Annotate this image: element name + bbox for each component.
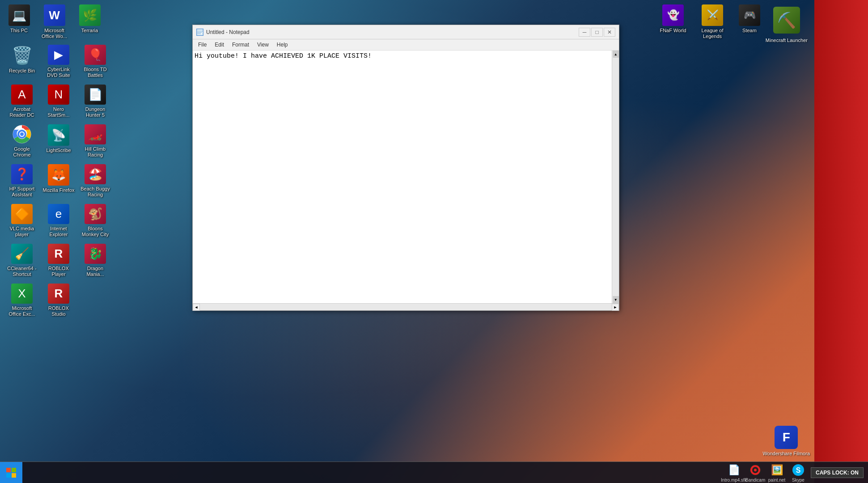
roblox-studio-icon: R xyxy=(48,284,69,304)
notepad-menu-help[interactable]: Help xyxy=(273,40,292,49)
desktop-icon-bloons-td[interactable]: 🎈 Bloons TD Battles xyxy=(78,42,113,80)
hp-support-label: HP Support AssIstant xyxy=(6,186,38,198)
notepad-controls: ─ □ ✕ xyxy=(579,28,615,37)
tray-icon-paint[interactable]: 🖼️ paint.net xyxy=(768,464,786,482)
notepad-textarea[interactable] xyxy=(193,51,612,303)
desktop-icon-dragon-mania[interactable]: 🐉 Dragon Mania... xyxy=(78,242,113,280)
desktop-icon-ms-office-word[interactable]: W Microsoft Office Wo... xyxy=(38,2,71,42)
scroll-up-arrow[interactable]: ▲ xyxy=(613,51,619,58)
filmora-label: Wondershare Filmora xyxy=(762,451,810,456)
desktop-icon-hill-climb[interactable]: 🏎️ Hill Climb Racing xyxy=(78,122,113,160)
desktop-icon-roblox-player[interactable]: R ROBLOX Player xyxy=(41,242,76,280)
desktop-icon-lol[interactable]: ⚔️ League of Legends xyxy=(694,2,730,42)
desktop-icon-fnaf[interactable]: 👻 FNaF World xyxy=(655,2,691,42)
scroll-left-arrow[interactable]: ◄ xyxy=(193,304,200,311)
desktop-icon-bloons-monkey[interactable]: 🐒 Bloons Monkey City xyxy=(78,202,113,240)
desktop-icon-hp-support[interactable]: ❓ HP Support AssIstant xyxy=(4,162,39,200)
desktop-icon-acrobat[interactable]: A Acrobat Reader DC xyxy=(4,82,39,120)
svg-rect-12 xyxy=(12,473,16,478)
desktop-icon-roblox-studio[interactable]: R ROBLOX Studio xyxy=(41,281,76,319)
beach-buggy-label: Beach Buggy Racing xyxy=(79,186,111,198)
roblox-studio-label: ROBLOX Studio xyxy=(42,305,75,317)
top-right-icons: 👻 FNaF World ⚔️ League of Legends 🎮 Stea… xyxy=(655,2,765,42)
desktop-icon-ie[interactable]: e Internet Explorer xyxy=(41,202,76,240)
desktop-icon-ccleaner[interactable]: 🧹 CCleaner64 - Shortcut xyxy=(4,242,39,280)
taskbar: 📄 Intro.mp4.sfk Bandicam xyxy=(0,462,868,483)
paint-label: paint.net xyxy=(768,478,785,483)
notepad-menubar: File Edit Format View Help xyxy=(193,39,619,51)
notepad-title-left: Untitled - Notepad xyxy=(196,29,250,36)
this-pc-label: This PC xyxy=(10,28,28,34)
desktop-icon-beach-buggy[interactable]: 🏖️ Beach Buggy Racing xyxy=(78,162,113,200)
desktop-icon-google-chrome[interactable]: Google Chrome xyxy=(4,122,39,160)
ie-label: Internet Explorer xyxy=(42,226,75,237)
fnaf-icon: 👻 xyxy=(662,4,684,26)
notepad-close-button[interactable]: ✕ xyxy=(604,28,615,37)
dungeon-hunter-label: Dungeon Hunter 5 xyxy=(79,106,111,118)
notepad-window-icon xyxy=(196,29,203,36)
ccleaner-label: CCleaner64 - Shortcut xyxy=(6,266,38,277)
nero-label: Nero StartSm... xyxy=(42,106,75,118)
right-decoration xyxy=(814,0,868,483)
recycle-bin-label: Recycle Bin xyxy=(9,68,35,74)
svg-rect-10 xyxy=(12,468,16,472)
svg-rect-6 xyxy=(197,31,203,31)
desktop-icon-cyberlink[interactable]: ▶ CyberLink DVD Suite xyxy=(41,42,76,80)
desktop-icon-nero[interactable]: N Nero StartSm... xyxy=(41,82,76,120)
lightscribe-label: LightScribe xyxy=(46,148,71,153)
svg-rect-8 xyxy=(197,34,201,34)
start-button[interactable] xyxy=(0,462,22,483)
scroll-down-arrow[interactable]: ▼ xyxy=(613,296,619,303)
notepad-menu-file[interactable]: File xyxy=(195,40,210,49)
bandicam-stack: Bandicam xyxy=(745,463,765,483)
desktop-icon-recycle-bin[interactable]: 🗑️ Recycle Bin xyxy=(4,42,39,80)
bloons-td-label: Bloons TD Battles xyxy=(79,67,111,78)
notepad-scrollbar-right[interactable]: ▲ ▼ xyxy=(612,51,619,303)
caps-lock-badge: CAPS LOCK: ON xyxy=(811,467,864,478)
desktop-icon-lightscribe[interactable]: 📡 LightScribe xyxy=(41,122,76,160)
paint-stack: 🖼️ paint.net xyxy=(768,463,785,483)
google-chrome-icon xyxy=(11,124,33,144)
cyberlink-label: CyberLink DVD Suite xyxy=(42,67,75,78)
tray-icon-skype[interactable]: S Skype xyxy=(789,464,807,482)
desktop-icon-filmora[interactable]: F Wondershare Filmora xyxy=(762,426,810,456)
bloons-monkey-label: Bloons Monkey City xyxy=(79,226,111,237)
intro-stack: 📄 Intro.mp4.sfk xyxy=(721,463,747,483)
notepad-menu-edit[interactable]: Edit xyxy=(211,40,228,49)
desktop-icon-terraria[interactable]: 🌿 Terraria xyxy=(73,2,106,42)
desktop-icon-ms-excel[interactable]: X Microsoft Office Exc... xyxy=(4,281,39,319)
lol-label: League of Legends xyxy=(696,28,728,39)
ms-excel-icon: X xyxy=(11,284,33,304)
bandicam-icon xyxy=(748,463,762,477)
svg-point-4 xyxy=(20,132,24,136)
tray-icon-intro[interactable]: 📄 Intro.mp4.sfk xyxy=(725,464,743,482)
desktop-icon-dungeon-hunter[interactable]: 📄 Dungeon Hunter 5 xyxy=(78,82,113,120)
ms-excel-label: Microsoft Office Exc... xyxy=(6,305,38,317)
desktop-icon-minecraft[interactable]: ⛏️ Minecraft Launcher xyxy=(761,4,812,47)
bandicam-label: Bandicam xyxy=(745,478,765,483)
notepad-maximize-button[interactable]: □ xyxy=(591,28,603,37)
acrobat-label: Acrobat Reader DC xyxy=(6,106,38,118)
desktop-icon-mozilla[interactable]: 🦊 Mozilla Firefox xyxy=(41,162,76,200)
vlc-label: VLC media player xyxy=(6,226,38,237)
skype-label: Skype xyxy=(792,478,804,483)
desktop-icon-steam[interactable]: 🎮 Steam xyxy=(734,2,765,42)
intro-label: Intro.mp4.sfk xyxy=(721,478,747,483)
scroll-track-right xyxy=(612,58,619,296)
desktop-icon-vlc[interactable]: 🔶 VLC media player xyxy=(4,202,39,240)
windows-logo-icon xyxy=(6,467,17,478)
dragon-mania-label: Dragon Mania... xyxy=(79,266,111,277)
steam-icon: 🎮 xyxy=(739,4,760,26)
tray-icon-bandicam[interactable]: Bandicam xyxy=(746,464,764,482)
roblox-player-icon: R xyxy=(48,244,69,264)
this-pc-icon: 💻 xyxy=(8,4,30,26)
notepad-minimize-button[interactable]: ─ xyxy=(579,28,590,37)
notepad-menu-view[interactable]: View xyxy=(254,40,272,49)
scroll-right-arrow[interactable]: ► xyxy=(612,304,619,311)
ms-office-word-icon: W xyxy=(44,4,65,26)
intro-icon: 📄 xyxy=(727,463,741,477)
notepad-menu-format[interactable]: Format xyxy=(229,40,253,49)
svg-rect-11 xyxy=(6,473,11,478)
ie-icon: e xyxy=(48,204,69,224)
desktop-icon-this-pc[interactable]: 💻 This PC xyxy=(2,2,36,42)
